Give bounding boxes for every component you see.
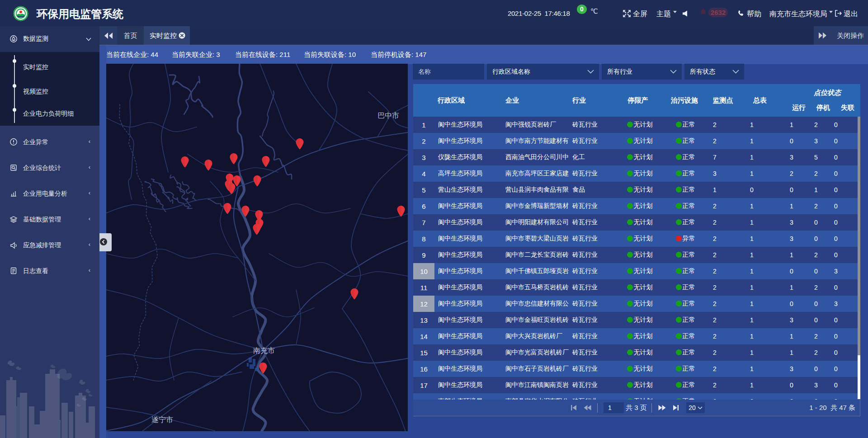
svg-text:巴中市: 巴中市 [377, 112, 399, 119]
svg-text:南充市: 南充市 [253, 347, 275, 354]
svg-text:遂宁市: 遂宁市 [151, 416, 173, 424]
